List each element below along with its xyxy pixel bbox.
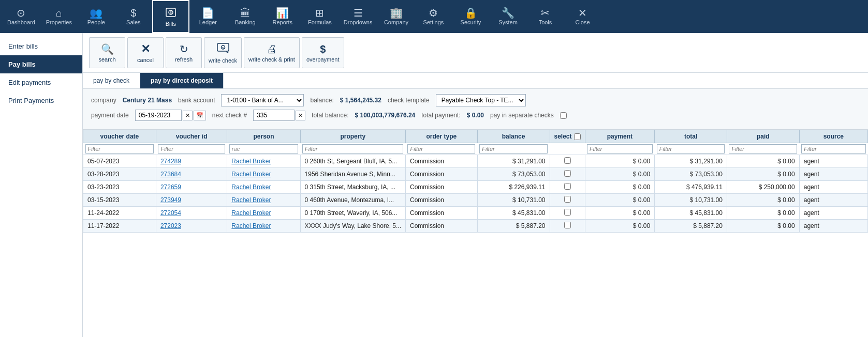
filter-voucher-date[interactable] xyxy=(85,144,154,154)
cell-order-type: Commission xyxy=(405,207,477,220)
filter-property[interactable] xyxy=(302,144,403,154)
filter-paid[interactable] xyxy=(729,144,797,154)
voucher-id-link[interactable]: 273684 xyxy=(160,171,181,178)
filter-total[interactable] xyxy=(657,144,725,154)
nav-system[interactable]: 🔧 System xyxy=(489,0,526,33)
cell-property: 0 460th Avenue, Montezuma, I... xyxy=(300,194,405,207)
cell-select xyxy=(550,181,585,194)
next-check-input[interactable] xyxy=(253,110,295,121)
cell-person: Rachel Broker xyxy=(227,194,300,207)
nav-settings[interactable]: ⚙ Settings xyxy=(415,0,452,33)
cell-person: Rachel Broker xyxy=(227,207,300,220)
cell-order-type: Commission xyxy=(405,155,477,168)
cell-voucher-id: 273949 xyxy=(156,194,227,207)
nav-formulas[interactable]: ⊞ Formulas xyxy=(301,0,339,33)
nav-close[interactable]: ✕ Close xyxy=(564,0,601,33)
filter-order-type[interactable] xyxy=(407,144,475,154)
person-link[interactable]: Rachel Broker xyxy=(231,209,271,217)
nav-ledger[interactable]: 📄 Ledger xyxy=(189,0,227,33)
voucher-id-link[interactable]: 272659 xyxy=(160,183,181,191)
row-select-checkbox[interactable] xyxy=(564,222,571,228)
nav-company[interactable]: 🏢 Company xyxy=(377,0,415,33)
cell-paid: $ 0.00 xyxy=(727,207,799,220)
table-row: 03-28-2023 273684 Rachel Broker 1956 She… xyxy=(83,168,868,181)
table-filter-row xyxy=(83,143,868,155)
cell-person: Rachel Broker xyxy=(227,155,300,168)
write-check-print-button[interactable]: 🖨 write check & print xyxy=(244,37,300,68)
col-select: select xyxy=(550,130,585,143)
form-area: company Century 21 Mass bank account 1-0… xyxy=(83,89,868,130)
sidebar-item-edit-payments[interactable]: Edit payments xyxy=(0,73,82,91)
filter-source[interactable] xyxy=(801,144,865,154)
row-select-checkbox[interactable] xyxy=(564,196,571,203)
table-row: 03-23-2023 272659 Rachel Broker 0 315th … xyxy=(83,181,868,194)
people-icon: 👥 xyxy=(90,8,102,18)
nav-bills[interactable]: $ Bills xyxy=(152,0,189,33)
search-button[interactable]: 🔍 search xyxy=(89,37,125,68)
dropdowns-icon: ☰ xyxy=(354,8,363,18)
nav-tools[interactable]: ✂ Tools xyxy=(526,0,564,33)
row-select-checkbox[interactable] xyxy=(564,209,571,216)
nav-properties[interactable]: ⌂ Properties xyxy=(40,0,78,33)
nav-reports[interactable]: 📊 Reports xyxy=(264,0,301,33)
row-select-checkbox[interactable] xyxy=(564,170,571,177)
cell-property: 0 260th St, Sergeant Bluff, IA, 5... xyxy=(300,155,405,168)
row-select-checkbox[interactable] xyxy=(564,157,571,164)
balance-label: balance: xyxy=(310,97,333,104)
sidebar-item-enter-bills[interactable]: Enter bills xyxy=(0,37,82,55)
refresh-button[interactable]: ↻ refresh xyxy=(166,37,202,68)
voucher-id-link[interactable]: 274289 xyxy=(160,158,181,165)
check-template-select[interactable]: Payable Check Top - TE... xyxy=(436,94,526,106)
filter-payment[interactable] xyxy=(587,144,653,154)
select-all-checkbox[interactable] xyxy=(574,133,581,140)
cell-payment: $ 0.00 xyxy=(585,181,655,194)
tab-pay-by-check[interactable]: pay by check xyxy=(83,73,140,88)
pay-separate-checkbox[interactable] xyxy=(560,112,567,119)
svg-text:$: $ xyxy=(170,11,172,14)
cell-source: agent xyxy=(799,194,867,207)
payment-date-calendar-btn[interactable]: 📅 xyxy=(194,111,206,120)
voucher-id-link[interactable]: 273949 xyxy=(160,196,181,204)
nav-people[interactable]: 👥 People xyxy=(78,0,115,33)
person-link[interactable]: Rachel Broker xyxy=(231,158,271,165)
table-wrap: voucher date voucher id person property … xyxy=(83,130,868,337)
overpayment-icon: $ xyxy=(320,43,326,55)
overpayment-button[interactable]: $ overpayment xyxy=(302,37,344,68)
cell-voucher-date: 11-24-2022 xyxy=(83,207,156,220)
write-check-button[interactable]: $ write check xyxy=(204,37,242,68)
bank-account-select[interactable]: 1-0100 - Bank of A... xyxy=(221,94,304,106)
company-icon: 🏢 xyxy=(390,8,403,18)
person-link[interactable]: Rachel Broker xyxy=(231,183,271,191)
cell-order-type: Commission xyxy=(405,194,477,207)
voucher-id-link[interactable]: 272023 xyxy=(160,222,181,229)
cell-balance: $ 10,731.00 xyxy=(477,194,550,207)
tab-pay-by-direct-deposit[interactable]: pay by direct deposit xyxy=(140,73,224,88)
nav-security[interactable]: 🔒 Security xyxy=(452,0,489,33)
col-balance: balance xyxy=(477,130,550,143)
person-link[interactable]: Rachel Broker xyxy=(231,196,271,204)
person-link[interactable]: Rachel Broker xyxy=(231,222,271,229)
sidebar-item-pay-bills[interactable]: Pay bills xyxy=(0,55,82,73)
balance-value: $ 1,564,245.32 xyxy=(340,97,381,104)
sidebar-item-print-payments[interactable]: Print Payments xyxy=(0,91,82,110)
next-check-btn[interactable]: ✕ xyxy=(296,111,305,120)
nav-dropdowns[interactable]: ☰ Dropdowns xyxy=(339,0,378,33)
cell-total: $ 31,291.00 xyxy=(655,155,727,168)
bank-account-label: bank account xyxy=(178,97,215,104)
cell-person: Rachel Broker xyxy=(227,181,300,194)
payment-date-clear-btn[interactable]: ✕ xyxy=(183,111,193,120)
voucher-id-link[interactable]: 272054 xyxy=(160,209,181,217)
toolbar: 🔍 search ✕ cancel ↻ refresh $ xyxy=(83,33,868,73)
person-link[interactable]: Rachel Broker xyxy=(231,171,271,178)
filter-person[interactable] xyxy=(229,144,298,154)
filter-balance[interactable] xyxy=(479,144,548,154)
cancel-button[interactable]: ✕ cancel xyxy=(127,37,164,68)
cell-payment: $ 0.00 xyxy=(585,194,655,207)
cell-source: agent xyxy=(799,168,867,181)
filter-voucher-id[interactable] xyxy=(158,144,225,154)
nav-banking[interactable]: 🏛 Banking xyxy=(227,0,264,33)
payment-date-input[interactable] xyxy=(135,110,182,121)
row-select-checkbox[interactable] xyxy=(564,183,571,190)
nav-sales[interactable]: $ Sales xyxy=(115,0,152,33)
nav-dashboard[interactable]: ⊙ Dashboard xyxy=(2,0,40,33)
